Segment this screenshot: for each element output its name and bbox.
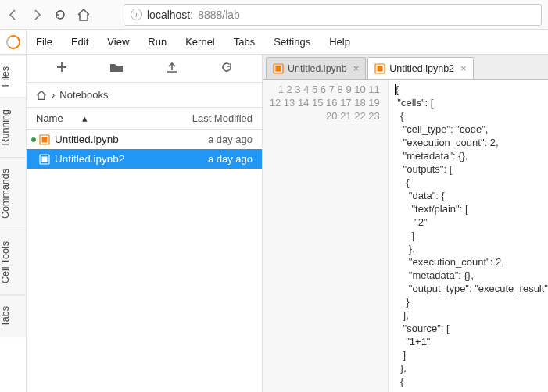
- close-icon[interactable]: ×: [353, 62, 360, 74]
- file-row[interactable]: Untitled.ipynba day ago: [27, 130, 262, 149]
- top-row: FileEditViewRunKernelTabsSettingsHelp: [0, 30, 548, 55]
- notebook-icon: [273, 63, 283, 73]
- main-row: FilesRunningCommandsCell ToolsTabs › Not…: [0, 55, 548, 392]
- menu-view[interactable]: View: [98, 31, 138, 52]
- file-browser: › Notebooks Name▴ Last Modified Untitled…: [27, 55, 263, 392]
- doc-tab[interactable]: Untitled.ipynb×: [266, 57, 366, 79]
- menu-help[interactable]: Help: [320, 31, 360, 52]
- side-tab-commands[interactable]: Commands: [0, 157, 26, 230]
- side-tab-tabs[interactable]: Tabs: [0, 294, 26, 337]
- new-icon[interactable]: [54, 61, 70, 76]
- gutter: 1 2 3 4 5 6 7 8 9 10 11 12 13 14 15 16 1…: [263, 80, 389, 392]
- file-name: Untitled.ipynb: [55, 134, 208, 145]
- menu-file[interactable]: File: [27, 31, 62, 52]
- file-modified: a day ago: [208, 153, 253, 165]
- url-host: localhost:: [147, 9, 193, 21]
- file-name: Untitled.ipynb2: [55, 153, 208, 165]
- jupyter-logo-icon: [6, 35, 20, 49]
- menu-edit[interactable]: Edit: [62, 31, 98, 52]
- url-bar[interactable]: i localhost:8888/lab: [124, 4, 542, 26]
- refresh-icon[interactable]: [219, 61, 235, 76]
- browser-toolbar: i localhost:8888/lab: [0, 0, 548, 30]
- side-tab-cell-tools[interactable]: Cell Tools: [0, 230, 26, 294]
- jupyterlab-app: FileEditViewRunKernelTabsSettingsHelp Fi…: [0, 30, 548, 392]
- fb-list: Untitled.ipynba day agoUntitled.ipynb2a …: [27, 130, 262, 392]
- doc-tab-label: Untitled.ipynb2: [389, 63, 454, 74]
- upload-icon[interactable]: [164, 61, 180, 76]
- crumb-label[interactable]: Notebooks: [59, 89, 108, 101]
- svg-rect-7: [276, 66, 281, 72]
- menu-run[interactable]: Run: [138, 31, 176, 52]
- side-tab-running[interactable]: Running: [0, 98, 26, 157]
- new-folder-icon[interactable]: [109, 61, 124, 76]
- notebook-icon: [39, 154, 50, 165]
- file-row[interactable]: Untitled.ipynb2a day ago: [27, 149, 262, 169]
- doc-tab[interactable]: Untitled.ipynb2×: [367, 57, 473, 79]
- svg-rect-5: [42, 156, 48, 162]
- info-icon[interactable]: i: [131, 9, 142, 20]
- code[interactable]: { "cells": [ { "cell_type": "code", "exe…: [389, 80, 548, 392]
- running-indicator-icon: [31, 137, 36, 142]
- close-icon[interactable]: ×: [460, 62, 467, 74]
- svg-rect-9: [378, 66, 383, 72]
- breadcrumb[interactable]: › Notebooks: [27, 83, 262, 108]
- menu-kernel[interactable]: Kernel: [176, 31, 224, 52]
- doc-tab-label: Untitled.ipynb: [288, 63, 347, 74]
- notebook-icon: [39, 134, 50, 145]
- menu-settings[interactable]: Settings: [264, 31, 320, 52]
- svg-rect-1: [116, 63, 120, 65]
- folder-home-icon: [36, 90, 47, 101]
- reload-icon[interactable]: [53, 8, 67, 22]
- menu-bar: FileEditViewRunKernelTabsSettingsHelp: [27, 31, 360, 52]
- notebook-icon: [374, 63, 385, 73]
- col-name[interactable]: Name▴: [36, 112, 192, 124]
- doc-tabs: Untitled.ipynb×Untitled.ipynb2×: [263, 55, 548, 80]
- work-area: Untitled.ipynb×Untitled.ipynb2× 1 2 3 4 …: [263, 55, 548, 392]
- url-path: 8888/lab: [198, 9, 240, 21]
- fb-toolbar: [27, 55, 262, 83]
- editor[interactable]: 1 2 3 4 5 6 7 8 9 10 11 12 13 14 15 16 1…: [263, 80, 548, 392]
- back-icon[interactable]: [6, 8, 20, 22]
- forward-icon[interactable]: [30, 8, 44, 22]
- file-modified: a day ago: [208, 134, 253, 145]
- col-modified[interactable]: Last Modified: [192, 112, 253, 124]
- logo[interactable]: [0, 30, 27, 54]
- sort-asc-icon: ▴: [82, 112, 88, 124]
- side-tabs: FilesRunningCommandsCell ToolsTabs: [0, 55, 27, 392]
- crumb-sep: ›: [52, 89, 55, 101]
- home-icon[interactable]: [77, 8, 91, 22]
- fb-header: Name▴ Last Modified: [27, 108, 262, 130]
- svg-rect-3: [42, 137, 48, 142]
- menu-tabs[interactable]: Tabs: [224, 31, 264, 52]
- side-tab-files[interactable]: Files: [0, 55, 26, 98]
